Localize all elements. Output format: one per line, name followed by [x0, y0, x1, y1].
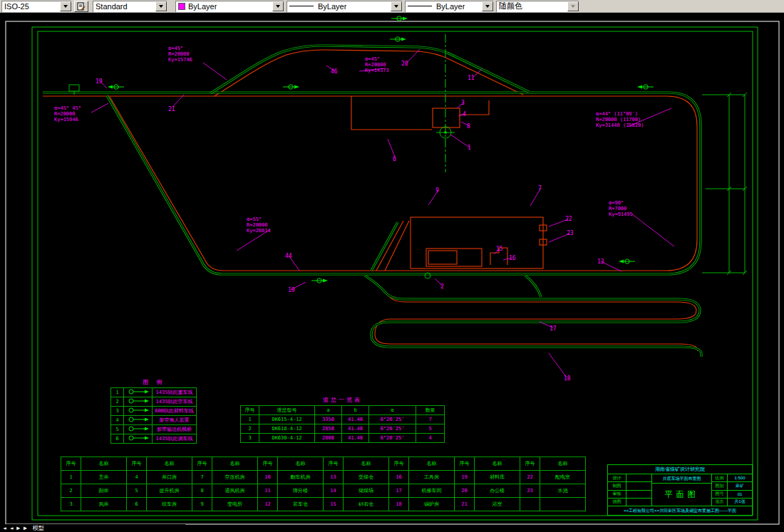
callout-number: 7	[538, 186, 542, 192]
layout-tab-bar: ◄ ◄ ▶ ▶ 模型	[0, 524, 185, 532]
text-style-dropdown-arrow-icon[interactable]	[155, 1, 167, 11]
turnout-cell: DK618-4-12	[259, 424, 315, 434]
color-dropdown-arrow-icon[interactable]	[272, 1, 284, 11]
legend-flow-symbol-icon	[126, 389, 150, 395]
facilities-header: 名称	[81, 457, 127, 471]
facility-name: 副井	[81, 484, 127, 498]
legend-row: 4 架空乘人装置	[111, 416, 197, 425]
red-track-lines	[43, 50, 698, 351]
callout-number: 3	[461, 100, 465, 106]
title-block-field-label: 图号	[712, 491, 728, 498]
facility-no: 17	[389, 484, 409, 498]
callout-number: 11	[468, 75, 475, 81]
facility-no: 22	[520, 471, 540, 484]
style-icon	[77, 2, 86, 11]
facilities-header: 序号	[520, 457, 540, 471]
facility-name: 配电室	[540, 471, 586, 484]
title-block-sign-value	[626, 474, 651, 481]
turnout-cell: 4	[416, 434, 445, 443]
facility-name: 筛分楼	[278, 484, 324, 498]
linetype-combo[interactable]: ByLayer	[287, 1, 402, 12]
callout-number: 17	[550, 326, 557, 332]
facility-name: 主井	[81, 471, 127, 484]
facilities-header: 序号	[455, 457, 475, 471]
turnout-row: 2 DK618-4-12 2850 41.40 6°20′25″ 5	[241, 424, 445, 434]
facility-name: 锅炉房	[409, 498, 455, 511]
linetype-dropdown-arrow-icon[interactable]	[391, 1, 402, 11]
lineweight-combo[interactable]: ByLayer	[405, 1, 493, 12]
title-block-field-row: 比例 1:500	[712, 474, 752, 482]
legend-flow-symbol-icon	[126, 435, 150, 441]
curve-annotation: α=45° 45°R=20000Ky=15946	[54, 105, 81, 122]
turnout-cell: 2800	[315, 434, 342, 443]
title-block-field-value: 01	[728, 491, 752, 498]
legend-symbol-cell	[124, 434, 153, 444]
title-block-sign-label: 审核	[608, 491, 626, 498]
facility-no: 12	[258, 498, 278, 511]
facility-name: 办公楼	[475, 484, 520, 498]
facilities-header: 名称	[409, 457, 455, 471]
turnout-cell: 5	[416, 424, 445, 434]
curve-annotation: α=45°R=20000Ky=15746	[168, 46, 192, 63]
callout-number: 23	[567, 231, 574, 236]
turnout-header-row: 序号 道岔型号 a b α 数量	[241, 406, 445, 415]
legend-desc: 架空乘人装置	[153, 416, 197, 425]
title-block-field-value: 采矿	[728, 482, 752, 489]
tab-nav-arrows-icon[interactable]: ◄ ◄ ▶ ▶	[3, 525, 27, 531]
legend-flow-symbol-icon	[126, 426, 150, 432]
text-style-combo[interactable]: Standard	[93, 1, 167, 12]
legend-no: 2	[111, 397, 124, 407]
callout-number: 1	[468, 145, 471, 151]
lineweight-dropdown-arrow-icon[interactable]	[482, 1, 493, 11]
callout-number: 16	[509, 256, 516, 261]
legend-desc: 胶带输送机栈桥	[153, 425, 197, 434]
dim-style-dropdown-arrow-icon[interactable]	[60, 1, 71, 11]
legend-grid: 1 1435轨距重车线 2	[110, 387, 197, 444]
facility-name: 受煤仓	[344, 471, 389, 484]
style-manager-icon-button[interactable]	[74, 1, 88, 12]
legend-row: 2 1435轨距空车线	[111, 397, 197, 407]
title-block-field-value: 共1张	[728, 499, 752, 506]
title-block-field-row: 图别 采矿	[712, 482, 752, 490]
callout-number: 19	[96, 79, 103, 85]
callout-number: 21	[168, 107, 175, 113]
turnout-cell: 1	[241, 415, 259, 424]
title-block-sign-label: 设计	[608, 474, 626, 481]
facility-name: 装车仓	[278, 498, 324, 511]
title-block: 湖南省煤矿设计研究院 设计 制图 审核	[607, 464, 753, 516]
title-block-field-label: 比例	[712, 474, 728, 481]
facility-name	[540, 498, 586, 511]
facilities-header-row: 序号 名称 序号 名称 序号 名称 序号 名称 序号 名称 序号 名称 序号 名…	[61, 457, 586, 471]
color-combo[interactable]: ByLayer	[175, 1, 284, 12]
curve-annotation: α=45°R=20000Ky=14373	[365, 56, 389, 73]
callout-number: 46	[331, 69, 338, 75]
dim-style-combo[interactable]: ISO-25	[1, 1, 71, 12]
drawing-canvas[interactable]: α=45°R=20000Ky=15746 α=45° 45°R=20000Ky=…	[0, 13, 784, 532]
title-block-field-row: 张次 共1张	[712, 499, 752, 506]
tab-model[interactable]: 模型	[33, 524, 44, 532]
lineweight-sample-icon	[408, 6, 432, 6]
facilities-header: 名称	[147, 457, 192, 471]
facility-no	[520, 498, 540, 511]
curve-annotation: α=55°R=20000Ky=20814	[247, 217, 271, 234]
facility-no: 5	[127, 484, 147, 498]
legend-symbol-cell	[124, 416, 153, 425]
toolbar: ISO-25 Standard ByLayer ByLayer ByLayer …	[0, 0, 784, 13]
callout-number: 22	[565, 217, 572, 222]
facility-no: 6	[127, 498, 147, 511]
cad-drawing	[0, 13, 784, 532]
legend-title: 图 例	[110, 378, 197, 386]
callout-number: 8	[467, 124, 470, 130]
facility-name: 空压机房	[212, 471, 258, 484]
facility-no: 1	[61, 471, 81, 484]
facility-name: 井口房	[147, 471, 192, 484]
facilities-header: 序号	[61, 457, 81, 471]
title-block-sign-label: 描图	[608, 499, 626, 506]
turnout-row: 3 DK630-4-12 2800 41.40 6°20′25″ 4	[241, 434, 445, 443]
facilities-header: 序号	[324, 457, 344, 471]
legend-symbol-cell	[124, 407, 153, 416]
drawing-title: 平面图	[652, 484, 711, 506]
callout-number: 15	[496, 246, 503, 252]
facility-name: 机修车间	[409, 484, 455, 498]
legend-symbol-cell	[124, 425, 153, 434]
